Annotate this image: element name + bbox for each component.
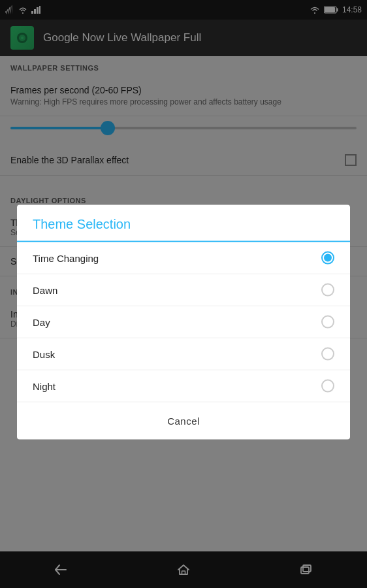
option-label-dusk: Dusk (33, 348, 55, 359)
option-dawn[interactable]: Dawn (17, 274, 350, 306)
dialog-options-list: Time Changing Dawn Day Dusk Night (17, 242, 350, 402)
option-time-changing[interactable]: Time Changing (17, 242, 350, 274)
radio-time-changing[interactable] (321, 252, 334, 265)
radio-dawn[interactable] (321, 284, 334, 297)
option-label-dawn: Dawn (33, 284, 57, 295)
radio-day[interactable] (321, 316, 334, 329)
dialog-header: Theme Selection (17, 205, 350, 242)
radio-night[interactable] (321, 380, 334, 393)
theme-dialog: Theme Selection Time Changing Dawn Day D… (17, 205, 350, 440)
option-day[interactable]: Day (17, 306, 350, 338)
cancel-button[interactable]: Cancel (152, 410, 215, 432)
option-dusk[interactable]: Dusk (17, 338, 350, 370)
option-label-time-changing: Time Changing (33, 252, 99, 263)
dialog-title: Theme Selection (33, 217, 131, 231)
option-night[interactable]: Night (17, 370, 350, 402)
dialog-actions: Cancel (17, 402, 350, 440)
option-label-night: Night (33, 380, 56, 391)
radio-dusk[interactable] (321, 348, 334, 361)
option-label-day: Day (33, 316, 50, 327)
